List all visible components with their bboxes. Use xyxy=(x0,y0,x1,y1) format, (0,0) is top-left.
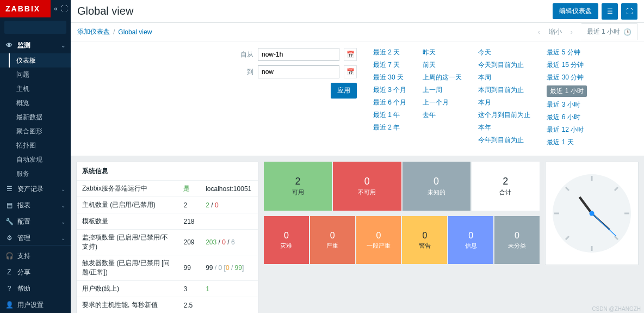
breadcrumb-add[interactable]: 添加仪表盘 xyxy=(77,27,110,36)
search-box[interactable]: 🔍 xyxy=(4,21,66,34)
edit-dashboard-button[interactable]: 编辑仪表盘 xyxy=(553,3,598,19)
nav-config[interactable]: 🔧配置⌄ xyxy=(0,213,71,230)
share-icon: Z xyxy=(5,268,13,276)
expand-icon[interactable]: ⛶ xyxy=(61,5,67,13)
chevron-down-icon: ⌄ xyxy=(61,42,65,48)
headset-icon: 🎧 xyxy=(5,252,13,260)
clock-icon: 🕒 xyxy=(623,28,631,36)
from-input[interactable] xyxy=(258,48,339,61)
time-preset-link[interactable]: 最近 3 个月 xyxy=(373,85,406,95)
time-range-button[interactable]: 最近 1 小时 🕒 xyxy=(581,23,637,40)
time-preset-link[interactable]: 上一周 xyxy=(423,85,462,95)
time-preset-link[interactable]: 本月 xyxy=(478,98,530,107)
time-preset-link[interactable]: 最近 3 小时 xyxy=(547,100,586,109)
nav-share[interactable]: Z分享 xyxy=(0,264,71,280)
sev-info: 0信息 xyxy=(448,216,493,264)
time-next-icon[interactable]: › xyxy=(567,28,576,36)
person-icon: 👤 xyxy=(5,301,13,309)
brand-logo[interactable]: ZABBIX xyxy=(0,0,51,17)
nav-monitoring-label: 监测 xyxy=(17,41,30,50)
nav-sub-problems[interactable]: 问题 xyxy=(0,67,71,82)
calendar-icon[interactable]: 📅 xyxy=(344,48,357,61)
time-preset-link[interactable]: 最近 2 天 xyxy=(373,48,406,57)
page-header: Global view 编辑仪表盘 ☰ ⛶ xyxy=(71,0,644,23)
time-preset-link[interactable]: 最近 1 年 xyxy=(373,111,406,120)
host-availability-widget: 2可用 0不可用 0未知的 2合计 xyxy=(264,162,540,211)
nav-sub-screens[interactable]: 聚合图形 xyxy=(0,124,71,138)
clock-widget xyxy=(545,162,639,265)
time-preset-link[interactable]: 本周到目前为止 xyxy=(478,85,530,95)
gear-icon: ⚙ xyxy=(5,234,13,242)
status-total: 2合计 xyxy=(472,162,540,211)
nav-monitoring[interactable]: 👁 监测 ⌄ xyxy=(0,37,71,53)
time-preset-link[interactable]: 前天 xyxy=(423,60,462,70)
list-icon: ☰ xyxy=(5,185,13,193)
nav-sub-services[interactable]: 服务 xyxy=(0,167,71,181)
nav-help[interactable]: ?帮助 xyxy=(0,280,71,297)
fullscreen-icon[interactable]: ⛶ xyxy=(621,3,637,20)
time-preset-link[interactable]: 今天 xyxy=(478,48,530,57)
nav-sub-maps[interactable]: 拓扑图 xyxy=(0,138,71,152)
time-preset-link[interactable]: 最近 5 分钟 xyxy=(547,48,586,57)
time-prev-icon[interactable]: ‹ xyxy=(535,28,543,36)
nav-admin[interactable]: ⚙管理⌄ xyxy=(0,230,71,245)
sidebar: ZABBIX « ⛶ 🔍 👁 监测 ⌄ 仪表板 问题 主机 概览 最新数据 聚合… xyxy=(0,0,71,313)
time-preset-link[interactable]: 上周的这一天 xyxy=(423,73,462,82)
time-preset-link[interactable]: 最近 1 天 xyxy=(547,138,586,147)
time-picker-panel: 自从 📅 到 📅 应用 最近 2 天最近 7 天最近 30 天最近 3 个月最近 xyxy=(71,41,644,156)
time-preset-link[interactable]: 最近 30 天 xyxy=(373,73,406,82)
nav-sub-overview[interactable]: 概览 xyxy=(0,96,71,110)
nav-sub-dashboards[interactable]: 仪表板 xyxy=(0,53,71,67)
time-preset-link[interactable]: 这个月到目前为止 xyxy=(478,111,530,120)
time-preset-link[interactable]: 最近 2 年 xyxy=(373,123,406,132)
sev-unclassified: 0未分类 xyxy=(494,216,540,264)
clock-icon xyxy=(551,173,633,254)
nav-sub-latest[interactable]: 最新数据 xyxy=(0,110,71,124)
nav-sub-hosts[interactable]: 主机 xyxy=(0,82,71,96)
sysinfo-row-label: Zabbix服务器端运行中 xyxy=(77,181,178,197)
nav-support[interactable]: 🎧支持 xyxy=(0,248,71,264)
breadcrumb-current[interactable]: Global view xyxy=(118,28,152,36)
svg-point-12 xyxy=(590,211,595,216)
to-label: 到 xyxy=(237,67,253,77)
time-preset-link[interactable]: 最近 12 小时 xyxy=(547,125,586,134)
time-preset-link[interactable]: 最近 30 分钟 xyxy=(547,73,586,82)
collapse-icon[interactable]: « xyxy=(54,5,58,13)
time-preset-link[interactable]: 本年 xyxy=(478,123,530,132)
nav-inventory[interactable]: ☰资产记录⌄ xyxy=(0,181,71,197)
page-title: Global view xyxy=(77,5,133,17)
time-preset-link[interactable]: 今年到目前为止 xyxy=(478,136,530,145)
time-preset-link[interactable]: 今天到目前为止 xyxy=(478,60,530,70)
nav-reports[interactable]: ▤报表⌄ xyxy=(0,197,71,213)
watermark: CSDN @ZHANGZH xyxy=(592,306,641,312)
zoom-out-link[interactable]: 缩小 xyxy=(549,27,562,36)
time-preset-link[interactable]: 本周 xyxy=(478,73,530,82)
eye-icon: 👁 xyxy=(5,41,13,49)
from-label: 自从 xyxy=(237,50,253,59)
time-preset-link[interactable]: 最近 7 天 xyxy=(373,60,406,70)
time-preset-link[interactable]: 最近 15 分钟 xyxy=(547,60,586,70)
wrench-icon: 🔧 xyxy=(5,218,13,225)
time-preset-link[interactable]: 最近 6 小时 xyxy=(547,113,586,122)
apply-button[interactable]: 应用 xyxy=(331,83,357,99)
help-icon: ? xyxy=(5,285,13,292)
status-unknown: 0未知的 xyxy=(403,162,470,211)
system-info-widget: 系统信息 Zabbix服务器端运行中是localhost:10051 主机数量 … xyxy=(76,162,258,313)
sev-warning: 0警告 xyxy=(402,216,447,264)
chart-icon: ▤ xyxy=(5,201,13,209)
time-preset-link[interactable]: 上一个月 xyxy=(423,98,462,107)
time-preset-link[interactable]: 昨天 xyxy=(423,48,462,57)
status-available: 2可用 xyxy=(264,162,332,211)
menu-icon[interactable]: ☰ xyxy=(602,3,618,20)
time-preset-link[interactable]: 最近 6 个月 xyxy=(373,98,406,107)
breadcrumb-row: 添加仪表盘 / Global view ‹ 缩小 › 最近 1 小时 🕒 xyxy=(71,23,644,41)
time-preset-selected[interactable]: 最近 1 小时 xyxy=(547,85,586,97)
problems-by-severity-widget: 0灾难 0严重 0一般严重 0警告 0信息 0未分类 xyxy=(264,216,540,264)
nav-user[interactable]: 👤用户设置 xyxy=(0,297,71,313)
system-info-title: 系统信息 xyxy=(77,162,258,181)
calendar-icon[interactable]: 📅 xyxy=(344,65,357,78)
to-input[interactable] xyxy=(258,65,339,78)
nav-sub-discovery[interactable]: 自动发现 xyxy=(0,152,71,167)
time-preset-link[interactable]: 去年 xyxy=(423,111,462,120)
sev-average: 0一般严重 xyxy=(356,216,401,264)
